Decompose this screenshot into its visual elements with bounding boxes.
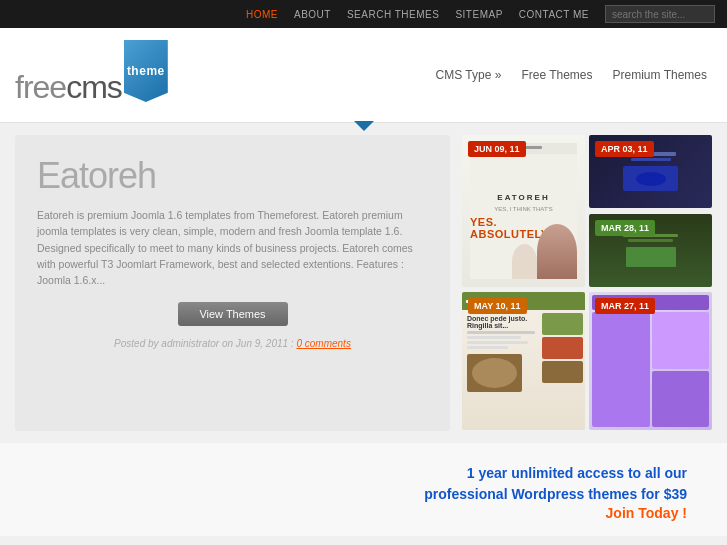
thumb-may10[interactable]: MAY 10, 11 Donec pede justo. Ringilla si… [462, 292, 585, 430]
cms-type-dropdown[interactable]: CMS Type » [436, 68, 502, 82]
promo-line1: 1 year unlimited access to all our [467, 465, 687, 481]
date-badge-apr03: APR 03, 11 [595, 141, 654, 157]
date-badge-mar27: MAR 27, 11 [595, 298, 655, 314]
promo-join[interactable]: Join Today ! [606, 505, 687, 521]
header-main-nav: CMS Type » Free Themes Premium Themes [436, 68, 707, 82]
thumbnails-panel: JUN 09, 11 EATOREH YES, I THINK THAT'S Y… [462, 135, 712, 431]
featured-title: Eatoreh [37, 155, 428, 197]
posted-by: Posted by administrator on Jun 9, 2011 : [114, 338, 294, 349]
thumb-large-preview: EATOREH YES, I THINK THAT'S YES. ABSOLUT… [462, 135, 585, 287]
thumb-mar27[interactable]: MAR 27, 11 [589, 292, 712, 430]
nav-search-themes[interactable]: SEARCH THEMES [339, 9, 447, 20]
topbar: HOME ABOUT SEARCH THEMES SITEMAP CONTACT… [0, 0, 727, 28]
date-badge-may10: MAY 10, 11 [468, 298, 527, 314]
promo-line2: professional Wordpress themes for $39 [424, 486, 687, 502]
thumb-mar28[interactable]: MAR 28, 11 [589, 214, 712, 287]
comments-link[interactable]: 0 comments [296, 338, 350, 349]
main-content: Eatoreh Eatoreh is premium Joomla 1.6 te… [0, 123, 727, 443]
logo-cms: cms [66, 69, 122, 106]
header: free cms theme CMS Type » Free Themes Pr… [0, 28, 727, 123]
featured-panel: Eatoreh Eatoreh is premium Joomla 1.6 te… [15, 135, 450, 431]
promo-text: 1 year unlimited access to all our profe… [424, 463, 687, 505]
promo-section: 1 year unlimited access to all our profe… [0, 443, 727, 536]
date-badge-mar28: MAR 28, 11 [595, 220, 655, 236]
featured-footer: Posted by administrator on Jun 9, 2011 :… [37, 338, 428, 349]
header-triangle [354, 121, 374, 131]
logo-banner: theme [124, 40, 168, 102]
date-badge-jun09: JUN 09, 11 [468, 141, 526, 157]
nav-about[interactable]: ABOUT [286, 9, 339, 20]
cms-type-label: CMS Type » [436, 68, 502, 82]
nav-contact[interactable]: CONTACT ME [511, 9, 597, 20]
logo-theme: theme [127, 64, 165, 78]
thumb-apr03[interactable]: APR 03, 11 [589, 135, 712, 208]
view-themes-button[interactable]: View Themes [178, 302, 288, 326]
thumb-jun09[interactable]: JUN 09, 11 EATOREH YES, I THINK THAT'S Y… [462, 135, 585, 287]
search-input[interactable] [605, 5, 715, 23]
featured-description: Eatoreh is premium Joomla 1.6 templates … [37, 207, 428, 288]
logo-free: free [15, 69, 66, 106]
header-premium-themes[interactable]: Premium Themes [613, 68, 707, 82]
topbar-nav: HOME ABOUT SEARCH THEMES SITEMAP CONTACT… [238, 9, 597, 20]
header-free-themes[interactable]: Free Themes [521, 68, 592, 82]
thumb-site-name: EATOREH [497, 193, 549, 202]
nav-sitemap[interactable]: SITEMAP [447, 9, 510, 20]
logo: free cms theme [15, 44, 168, 106]
nav-home[interactable]: HOME [238, 9, 286, 20]
thumb-person [537, 224, 577, 279]
